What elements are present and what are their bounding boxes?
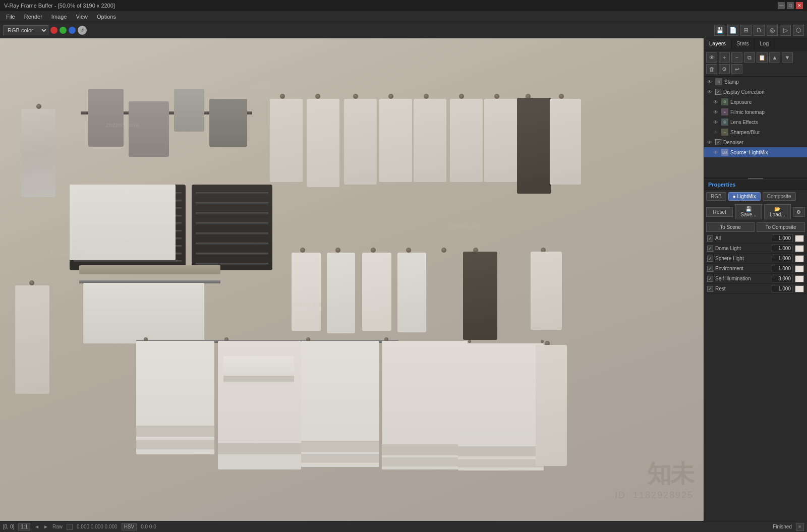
- layer-display-correction[interactable]: 👁 ✓ Display Correction: [704, 87, 807, 97]
- menubar: File Render Image View Options: [0, 11, 807, 22]
- tab-layers[interactable]: Layers: [704, 38, 731, 50]
- stop-icon-btn[interactable]: ⬡: [793, 25, 804, 36]
- watermark-4: znzmo.com: [398, 144, 431, 151]
- towel-white-3: [344, 99, 377, 185]
- clear-icon-btn[interactable]: 🗋: [754, 25, 765, 36]
- light-color-self-illum[interactable]: [795, 275, 804, 282]
- light-value-all[interactable]: [772, 234, 793, 242]
- mode-buttons-row: RGB ● LightMix Composite: [704, 190, 807, 203]
- hook-mid-1: [300, 248, 305, 253]
- check-sphere[interactable]: ✓: [707, 256, 713, 262]
- light-value-self-illum[interactable]: [772, 275, 793, 282]
- check-environment[interactable]: ✓: [707, 266, 713, 272]
- saveas-icon-btn[interactable]: 📄: [727, 25, 738, 36]
- light-color-environment[interactable]: [795, 265, 804, 272]
- hook-mid-4: [406, 248, 411, 253]
- towel-3: [174, 89, 204, 132]
- tool-copy[interactable]: 📋: [757, 52, 768, 63]
- zoom-1-1-button[interactable]: 1:1: [18, 523, 30, 530]
- stripe-br-1: [458, 446, 544, 456]
- light-value-dome[interactable]: [772, 245, 793, 252]
- load-button[interactable]: 📂 Load...: [764, 204, 791, 219]
- layer-filmic[interactable]: 👁 ≈ Filmic tonemap: [704, 107, 807, 117]
- tool-settings[interactable]: ⚙: [719, 64, 730, 74]
- layer-exposure[interactable]: 👁 ⊙ Exposure: [704, 97, 807, 107]
- layer-sharpen[interactable]: 👁 ~ Sharpen/Blur: [704, 127, 807, 137]
- menu-options[interactable]: Options: [93, 13, 120, 21]
- layer-lens[interactable]: 👁 ◎ Lens Effects: [704, 117, 807, 127]
- save-button[interactable]: 💾 Save...: [735, 204, 762, 219]
- mode-rgb[interactable]: RGB: [706, 192, 726, 201]
- minimize-button[interactable]: —: [778, 2, 785, 9]
- mode-lightmix[interactable]: ● LightMix: [728, 192, 761, 201]
- eye-stamp[interactable]: 👁: [706, 78, 713, 85]
- hook-4: [353, 94, 358, 99]
- menu-view[interactable]: View: [72, 13, 92, 21]
- settings-light-button[interactable]: ⚙: [793, 207, 805, 217]
- tool-duplicate[interactable]: ⧉: [744, 52, 755, 63]
- eye-filmic[interactable]: 👁: [712, 108, 719, 115]
- green-channel-dot[interactable]: [60, 27, 67, 34]
- rail2-bar-1: [196, 192, 268, 194]
- light-value-rest[interactable]: [772, 285, 793, 292]
- eye-exposure[interactable]: 👁: [712, 98, 719, 105]
- tool-add[interactable]: +: [719, 52, 730, 63]
- eye-lens[interactable]: 👁: [712, 119, 719, 126]
- tool-delete[interactable]: 🗑: [706, 64, 717, 74]
- layer-lightmix[interactable]: 👁 LM Source: LightMix: [704, 147, 807, 157]
- tab-stats[interactable]: Stats: [731, 38, 755, 50]
- check-display-correction[interactable]: ✓: [715, 89, 721, 95]
- to-scene-button[interactable]: To Scene: [706, 222, 755, 232]
- red-channel-dot[interactable]: [50, 27, 57, 34]
- mode-composite[interactable]: Composite: [763, 192, 796, 201]
- compare-icon-btn[interactable]: ⊞: [740, 25, 752, 36]
- light-color-rest[interactable]: [795, 285, 804, 292]
- arrow-left-icon[interactable]: ◄: [34, 524, 39, 529]
- light-color-all[interactable]: [795, 235, 804, 242]
- check-denoiser[interactable]: ✓: [715, 139, 721, 145]
- light-table: ✓ All ✓ Dome Light ✓ Sphere Light: [704, 233, 807, 294]
- reset-channel-dot[interactable]: ↺: [78, 26, 87, 35]
- save-icon-btn[interactable]: 💾: [714, 25, 725, 36]
- light-color-sphere[interactable]: [795, 255, 804, 262]
- light-value-sphere[interactable]: [772, 255, 793, 262]
- eye-display-correction[interactable]: 👁: [706, 88, 713, 95]
- layer-stamp[interactable]: 👁 S Stamp: [704, 77, 807, 87]
- check-self-illum[interactable]: ✓: [707, 276, 713, 282]
- stripe-3a: [301, 441, 379, 452]
- bottom-menu-button[interactable]: ≡: [796, 523, 804, 531]
- channel-select[interactable]: RGB color Alpha Diffuse: [3, 25, 48, 35]
- light-color-dome[interactable]: [795, 245, 804, 252]
- window-title: V-Ray Frame Buffer - [50.0% of 3190 x 22…: [4, 3, 115, 9]
- light-value-environment[interactable]: [772, 265, 793, 272]
- blue-channel-dot[interactable]: [69, 27, 76, 34]
- eye-sharpen[interactable]: 👁: [712, 129, 719, 136]
- to-composite-button[interactable]: To Composite: [757, 222, 805, 232]
- tool-undo[interactable]: ↩: [731, 64, 742, 74]
- render-icon-btn[interactable]: ▷: [780, 25, 791, 36]
- tool-down[interactable]: ▼: [782, 52, 793, 63]
- check-rest[interactable]: ✓: [707, 286, 713, 292]
- close-button[interactable]: ✕: [796, 2, 803, 9]
- tool-up[interactable]: ▲: [769, 52, 780, 63]
- tab-log[interactable]: Log: [755, 38, 774, 50]
- eye-denoiser[interactable]: 👁: [706, 139, 713, 146]
- towel-white-5: [414, 99, 446, 182]
- towel-rail-2: [192, 185, 272, 270]
- render-viewport[interactable]: znzmo.com znzmo.com znzmo.com znzmo.com …: [0, 38, 704, 521]
- tool-remove[interactable]: −: [731, 52, 742, 63]
- menu-image[interactable]: Image: [47, 13, 71, 21]
- region-icon-btn[interactable]: ◎: [767, 25, 778, 36]
- maximize-button[interactable]: □: [787, 2, 794, 9]
- menu-render[interactable]: Render: [20, 13, 46, 21]
- check-dome[interactable]: ✓: [707, 246, 713, 252]
- reset-button[interactable]: Reset: [706, 207, 733, 217]
- panel-toolbar: 👁 + − ⧉ 📋 ▲ ▼ 🗑 ⚙ ↩: [704, 50, 807, 77]
- eye-lightmix[interactable]: 👁: [712, 149, 719, 156]
- color-mode-button[interactable]: HSV: [122, 523, 137, 530]
- arrow-right-icon[interactable]: ►: [43, 524, 48, 529]
- menu-file[interactable]: File: [2, 13, 19, 21]
- tool-eye[interactable]: 👁: [706, 52, 717, 63]
- layer-denoiser[interactable]: 👁 ✓ Denoiser: [704, 137, 807, 147]
- check-all[interactable]: ✓: [707, 235, 713, 242]
